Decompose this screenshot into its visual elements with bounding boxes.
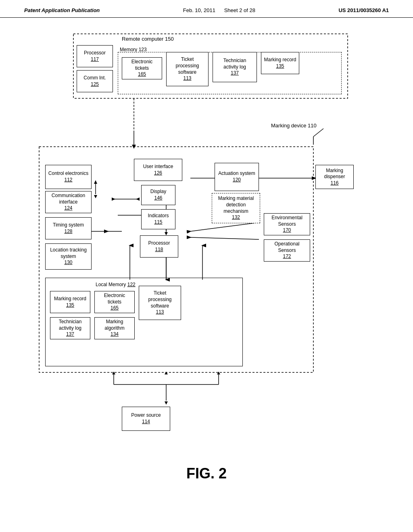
md-label: Marking dispenser (318, 168, 351, 180)
tal-lm-label: Technician activity log (53, 319, 88, 331)
ticket-proc-remote: Ticket processing software 113 (166, 52, 209, 86)
control-electronics-box: Control electronics 112 (45, 165, 92, 189)
svg-line-18 (190, 237, 259, 239)
ce-num: 112 (64, 177, 72, 183)
ma-lm-num: 134 (111, 331, 119, 338)
svg-marker-30 (165, 401, 168, 405)
svg-marker-13 (112, 197, 115, 201)
ts-num: 128 (64, 229, 72, 235)
ui-label: User interface (143, 164, 173, 170)
mmdm-container: Marking material detection mechanism 132 (212, 193, 260, 223)
as-label: Actuation system (218, 170, 255, 177)
svg-marker-27 (112, 372, 115, 374)
ci-md-label: Communication interface (48, 193, 89, 205)
remote-computer-label: Remote computer 150 (122, 36, 174, 42)
proc-md-num: 118 (155, 247, 163, 253)
ui-num: 126 (154, 170, 162, 177)
ma-lm-label: Marking algorithm (97, 319, 132, 331)
tech-log-remote: Technician activity log 137 (213, 52, 257, 82)
comm-int-box: Comm Int. 125 (77, 70, 113, 92)
marking-record-lm: Marking record 135 (50, 291, 90, 313)
svg-marker-14 (136, 197, 140, 201)
display-label: Display (150, 189, 166, 195)
display-num: 146 (154, 195, 162, 202)
actuation-system-box: Actuation system 120 (215, 163, 259, 191)
mr-remote-num: 135 (276, 63, 284, 70)
comm-interface-md-box: Communication interface 124 (45, 191, 92, 213)
es-label: Environmental Sensors (267, 215, 307, 227)
electronic-tickets-lm: Electronic tickets 165 (94, 291, 135, 313)
processor-remote-label: Processor (84, 50, 106, 56)
publication-label: Patent Application Publication (24, 7, 100, 13)
pub-date: Feb. 10, 2011 (183, 7, 215, 13)
processor-remote-num: 117 (91, 56, 99, 63)
et-remote-num: 165 (138, 71, 146, 78)
indicators-box: Indicators 115 (141, 209, 175, 229)
power-source-box: Power source 114 (122, 407, 170, 431)
page-content: Remote computer 150 Processor 117 Comm I… (0, 18, 413, 494)
marking-device-label: Marking device 110 (271, 123, 317, 129)
indicators-num: 115 (154, 219, 162, 226)
location-tracking-box: Location tracking system 130 (45, 243, 92, 270)
mmdm-box: Marking material detection mechanism 132 (212, 193, 260, 223)
ce-label: Control electronics (48, 170, 88, 177)
mr-lm-label: Marking record (54, 296, 86, 302)
env-sensors-box: Environmental Sensors 170 (264, 213, 310, 235)
mmdm-num: 132 (232, 214, 240, 221)
lt-label: Location tracking system (48, 247, 89, 260)
sheet-info: Sheet 2 of 28 (224, 7, 255, 13)
marking-dispenser-box: Marking dispenser 116 (315, 165, 354, 189)
tps-lm-num: 113 (156, 309, 164, 316)
et-remote-label: Electronic tickets (125, 59, 159, 71)
patent-number: US 2011/0035260 A1 (338, 7, 389, 13)
indicators-label: Indicators (148, 213, 169, 219)
svg-line-17 (190, 222, 259, 231)
os-num: 172 (283, 254, 291, 260)
processor-md-box: Processor 118 (140, 235, 178, 258)
tps-remote-num: 113 (183, 75, 191, 82)
tal-lm-num: 137 (66, 331, 74, 338)
svg-marker-34 (94, 180, 97, 184)
ps-num: 114 (142, 419, 150, 425)
op-sensors-box: Operational Sensors 172 (264, 239, 310, 262)
svg-marker-29 (217, 372, 220, 374)
ts-label: Timing system (53, 222, 84, 229)
svg-line-32 (313, 129, 323, 137)
svg-marker-5 (132, 145, 136, 149)
ticket-proc-lm: Ticket processing software 113 (139, 286, 181, 320)
diagram-area: Remote computer 150 Processor 117 Comm I… (33, 30, 380, 453)
et-lm-num: 165 (111, 305, 119, 312)
mr-lm-num: 135 (66, 302, 74, 309)
svg-marker-35 (94, 195, 97, 198)
mmdm-label: Marking material detection mechanism (215, 195, 257, 214)
md-num: 116 (330, 180, 338, 187)
os-label: Operational Sensors (267, 241, 307, 254)
svg-marker-28 (165, 372, 168, 374)
mr-remote-label: Marking record (264, 57, 296, 63)
page-header: Patent Application Publication Feb. 10, … (0, 0, 413, 18)
marking-algorithm-lm: Marking algorithm 134 (94, 317, 135, 339)
lt-num: 130 (64, 260, 72, 266)
comm-int-num: 125 (91, 81, 99, 88)
tech-log-lm: Technician activity log 137 (50, 317, 90, 339)
timing-system-box: Timing system 128 (45, 217, 92, 239)
display-box: Display 146 (141, 185, 175, 205)
user-interface-box: User interface 126 (134, 159, 182, 181)
as-num: 120 (233, 177, 241, 183)
figure-label: FIG. 2 (186, 465, 227, 482)
tps-remote-label: Ticket processing software (169, 56, 206, 75)
tps-lm-label: Ticket processing software (142, 290, 178, 309)
electronic-tickets-remote: Electronic tickets 165 (122, 57, 162, 79)
et-lm-label: Electronic tickets (97, 293, 132, 305)
marking-record-remote: Marking record 135 (261, 52, 299, 74)
ci-md-num: 124 (64, 205, 72, 212)
es-num: 170 (283, 227, 291, 234)
svg-marker-40 (165, 232, 168, 235)
ps-label: Power source (131, 412, 161, 419)
proc-md-label: Processor (148, 240, 170, 247)
comm-int-label: Comm Int. (83, 75, 106, 81)
tal-remote-num: 137 (231, 70, 239, 77)
tal-remote-label: Technician activity log (215, 58, 254, 70)
memory-label: Memory 123 (120, 47, 147, 52)
processor-remote-box: Processor 117 (77, 45, 113, 67)
